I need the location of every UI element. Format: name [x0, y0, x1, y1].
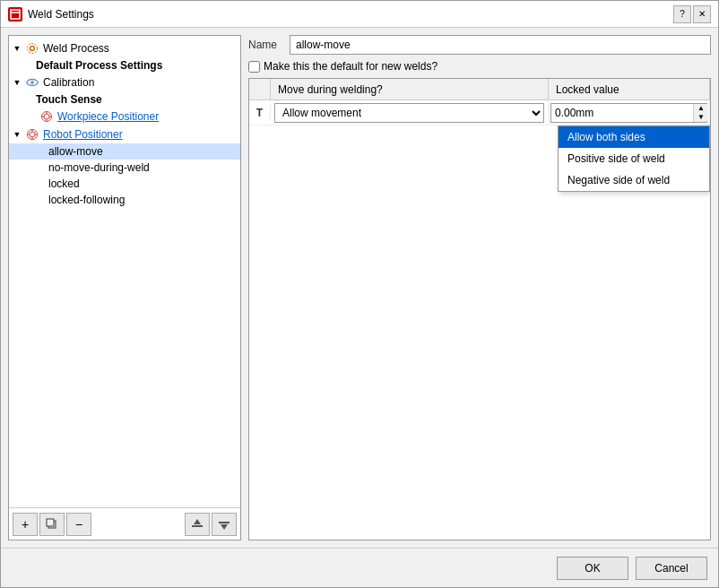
svg-rect-20 [192, 525, 203, 527]
tree-label: Workpiece Positioner [57, 110, 159, 123]
name-row: Name [248, 35, 711, 55]
name-input[interactable] [290, 35, 711, 55]
spin-up-button[interactable]: ▲ [694, 104, 708, 113]
tree-item-default-process[interactable]: Default Process Settings [9, 57, 240, 74]
move-dropdown[interactable]: Allow movement [274, 103, 544, 123]
svg-point-5 [30, 81, 34, 84]
main-table-area: Move during welding? Locked value T Allo… [248, 78, 711, 540]
tree-label: allow-move [48, 145, 103, 158]
svg-rect-19 [47, 519, 54, 526]
header-move: Move during welding? [271, 79, 549, 99]
header-type [249, 79, 271, 99]
row-locked: ▲ ▼ [549, 101, 710, 125]
locked-input-group: ▲ ▼ [550, 103, 707, 123]
tree-toolbar: + − [9, 507, 240, 540]
row-move: Allow movement [271, 101, 549, 125]
tree-label: Default Process Settings [36, 59, 162, 72]
default-checkbox[interactable] [248, 61, 260, 73]
svg-rect-0 [11, 10, 20, 19]
header-locked: Locked value [549, 79, 710, 99]
target-icon [39, 109, 54, 124]
collapse-arrow: ▼ [13, 44, 22, 53]
title-bar: Weld Settings ? ✕ [1, 1, 718, 28]
window-title: Weld Settings [28, 8, 673, 21]
name-label: Name [248, 39, 282, 51]
svg-point-2 [30, 47, 35, 51]
close-button[interactable]: ✕ [693, 5, 711, 23]
svg-point-7 [44, 114, 49, 119]
tree-item-robot-positioner[interactable]: ▼ Robot Positioner [9, 125, 240, 143]
move-dropdown-cell: Allow movement [274, 103, 544, 123]
collapse-arrow: ▼ [13, 130, 22, 139]
export-button[interactable] [212, 513, 237, 536]
tree-container: ▼ Weld Process Default Process Settings [9, 36, 240, 507]
popup-item-positive[interactable]: Positive side of weld [559, 148, 709, 169]
tree-item-locked[interactable]: locked [9, 176, 240, 192]
dialog-footer: OK Cancel [1, 548, 718, 587]
tree-item-locked-following[interactable]: locked-following [9, 192, 240, 208]
tree-label: Weld Process [43, 42, 109, 55]
add-button[interactable]: + [13, 513, 38, 536]
tree-label: Robot Positioner [43, 128, 123, 141]
gear-icon [25, 41, 39, 56]
svg-rect-22 [219, 522, 230, 523]
svg-point-13 [30, 132, 35, 137]
copy-button[interactable] [39, 513, 65, 536]
help-button[interactable]: ? [673, 5, 691, 23]
import-button[interactable] [185, 513, 210, 536]
tree-item-workpiece-positioner[interactable]: Workpiece Positioner [9, 108, 240, 125]
target2-icon [25, 127, 39, 142]
tree-label: Calibration [43, 76, 94, 89]
tree-label: Touch Sense [36, 93, 102, 106]
tree-item-touch-sense[interactable]: Touch Sense [9, 91, 240, 108]
collapse-arrow: ▼ [13, 78, 22, 87]
default-checkbox-label: Make this the default for new welds? [264, 60, 437, 73]
spinner-buttons: ▲ ▼ [693, 104, 708, 122]
tree-item-no-move[interactable]: no-move-during-weld [9, 160, 240, 176]
tree-item-allow-move[interactable]: allow-move [9, 143, 240, 160]
dialog-body: ▼ Weld Process Default Process Settings [1, 28, 718, 548]
remove-button[interactable]: − [66, 513, 91, 536]
tree-label: no-move-during-weld [48, 161, 150, 174]
title-controls: ? ✕ [673, 5, 711, 23]
right-panel: Name Make this the default for new welds… [248, 35, 711, 540]
tree-label: locked-following [48, 194, 125, 206]
ok-button[interactable]: OK [557, 557, 628, 580]
eye-icon [25, 75, 39, 90]
default-row: Make this the default for new welds? [248, 60, 711, 73]
tree-item-weld-process[interactable]: ▼ Weld Process [9, 39, 240, 57]
tree-label: locked [48, 177, 80, 190]
weld-settings-dialog: Weld Settings ? ✕ ▼ Weld Process [0, 0, 719, 588]
spin-down-button[interactable]: ▼ [694, 113, 708, 122]
popup-item-allow-both[interactable]: Allow both sides [559, 126, 709, 148]
app-icon [8, 7, 22, 22]
tree-item-calibration[interactable]: ▼ Calibration [9, 74, 240, 91]
svg-point-3 [28, 44, 38, 54]
svg-marker-21 [194, 519, 201, 524]
table-header: Move during welding? Locked value [249, 79, 710, 100]
table-row: T Allow movement ▲ [249, 100, 710, 125]
locked-value-input[interactable] [551, 104, 693, 122]
cancel-button[interactable]: Cancel [636, 557, 707, 580]
svg-marker-23 [221, 524, 228, 530]
default-checkbox-container: Make this the default for new welds? [248, 60, 437, 73]
popup-item-negative[interactable]: Negative side of weld [559, 169, 709, 191]
row-type: T [249, 105, 271, 121]
left-panel: ▼ Weld Process Default Process Settings [8, 35, 241, 540]
type-label: T [256, 107, 263, 119]
dropdown-popup: Allow both sides Positive side of weld N… [558, 125, 710, 192]
